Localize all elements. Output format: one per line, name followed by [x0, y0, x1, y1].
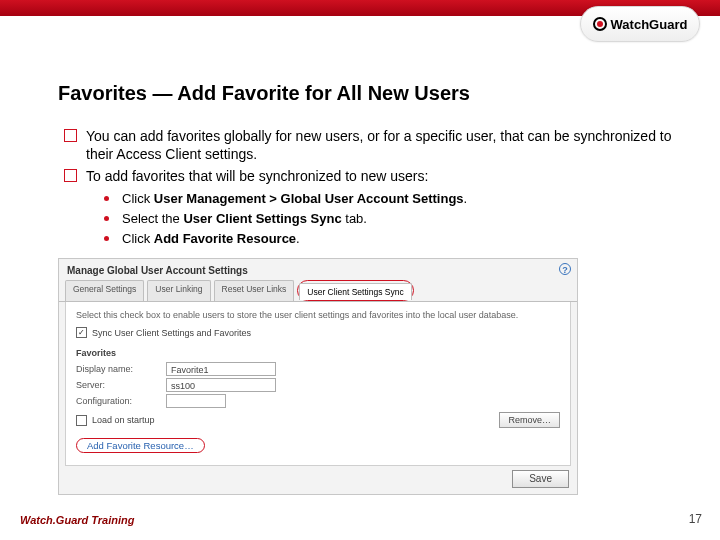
- server-input[interactable]: ss100: [166, 378, 276, 392]
- settings-panel: Manage Global User Account Settings ? Ge…: [58, 258, 578, 495]
- tab-general-settings[interactable]: General Settings: [65, 280, 144, 301]
- sub-bullet: Select the User Client Settings Sync tab…: [104, 210, 690, 228]
- sub-bullet: Click User Management > Global User Acco…: [104, 190, 690, 208]
- configuration-label: Configuration:: [76, 396, 166, 406]
- add-favorite-resource-link[interactable]: Add Favorite Resource…: [87, 440, 194, 451]
- panel-title: Manage Global User Account Settings: [59, 259, 577, 280]
- eye-icon: [593, 17, 607, 31]
- load-on-startup-checkbox[interactable]: [76, 415, 87, 426]
- tab-user-client-settings-sync[interactable]: User Client Settings Sync: [299, 283, 411, 300]
- watchguard-logo: WatchGuard: [580, 6, 700, 42]
- configuration-input[interactable]: [166, 394, 226, 408]
- sub-bullet: Click Add Favorite Resource.: [104, 230, 690, 248]
- logo-text: WatchGuard: [611, 17, 688, 32]
- annotation-circle-icon: Add Favorite Resource…: [76, 438, 205, 453]
- annotation-circle-icon: User Client Settings Sync: [297, 280, 413, 301]
- server-label: Server:: [76, 380, 166, 390]
- display-name-input[interactable]: Favorite1: [166, 362, 276, 376]
- sync-checkbox-label: Sync User Client Settings and Favorites: [92, 328, 251, 338]
- panel-description: Select this check box to enable users to…: [76, 310, 560, 321]
- tab-reset-user-links[interactable]: Reset User Links: [214, 280, 295, 301]
- favorites-section-label: Favorites: [76, 348, 560, 358]
- footer-training-label: Watch.Guard Training: [20, 514, 135, 526]
- load-on-startup-label: Load on startup: [92, 415, 155, 425]
- remove-button[interactable]: Remove…: [499, 412, 560, 428]
- page-number: 17: [689, 512, 702, 526]
- sync-checkbox[interactable]: ✓: [76, 327, 87, 338]
- bullet-item: You can add favorites globally for new u…: [64, 127, 690, 163]
- slide-title: Favorites — Add Favorite for All New Use…: [58, 82, 690, 105]
- save-button[interactable]: Save: [512, 470, 569, 488]
- panel-tabs: General Settings User Linking Reset User…: [59, 280, 577, 302]
- bullet-item: To add favorites that will be synchroniz…: [64, 167, 690, 248]
- tab-user-linking[interactable]: User Linking: [147, 280, 210, 301]
- display-name-label: Display name:: [76, 364, 166, 374]
